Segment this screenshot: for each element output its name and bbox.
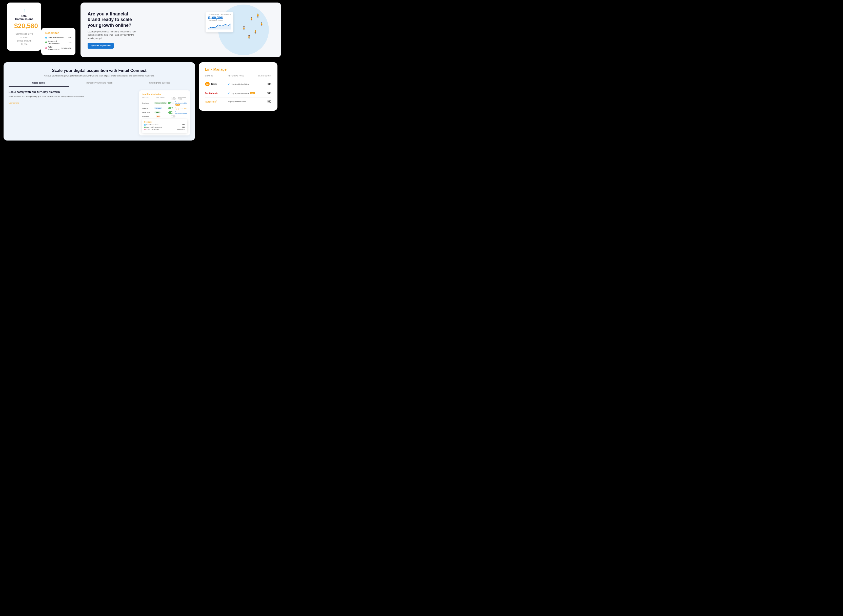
site-monitoring-card: New Site Monitoring PRODUCT PUBLISHERS C…: [139, 90, 190, 135]
sm-ref-1: ✓ http://publisher1/link NEW: [175, 101, 187, 105]
stat-approved-label: Approved Transactions: [48, 40, 68, 45]
dot-blue: [45, 37, 47, 38]
scale-heading: Scale your digital acquisition with Fint…: [9, 68, 190, 73]
tab-increase-brand-reach[interactable]: Increase your brand reach: [69, 82, 130, 86]
sm-pub-1: YOUNG&THRIFTY: [154, 102, 167, 104]
person-figure-2: 🧍: [256, 13, 260, 18]
sm-row-1: Credit card YOUNG&THRIFTY ↑ ✓ http://pub…: [142, 101, 187, 105]
dot-pink: [45, 47, 47, 49]
learn-more-link[interactable]: Learn more: [9, 102, 19, 104]
tab-skip-to-success[interactable]: Skip right to success: [129, 82, 190, 86]
scale-left-content: Scale safely with our turn-key platform …: [9, 90, 136, 104]
sm-row-2: Insurance Borrowell ⚠ http://publisher2/…: [142, 107, 187, 110]
sm-product-1: Credit card: [142, 102, 154, 104]
sm-header-publishers: PUBLISHERS: [156, 97, 169, 100]
stat-total-transactions-value: 650: [68, 37, 71, 39]
sm-product-3: Saving Plus: [142, 111, 154, 113]
scale-content: Scale safely with our turn-key platform …: [9, 90, 190, 135]
conv-amount: $160,306: [208, 16, 231, 20]
lm-new-badge-scotia: NEW: [250, 92, 255, 94]
dp-dot-pink: [144, 129, 145, 130]
stat-row-commissions: Total Commissions $25,000.00: [45, 46, 71, 50]
sm-pub-badge-1: YOUNG&THRIFTY: [154, 102, 167, 104]
lm-clicks-eo: 506: [258, 82, 271, 86]
person-figure-3: 🧍: [259, 22, 264, 26]
sm-toggle-2[interactable]: [169, 107, 173, 109]
hero-heading: Are you a financial brand ready to scale…: [88, 11, 138, 28]
sm-ref-3: ✓ http://publisher3/link: [175, 111, 187, 114]
link-manager-title: Link Manager: [205, 67, 271, 71]
stat-row-transactions: Total Transactions 650: [45, 37, 71, 39]
tab-scale-safely[interactable]: Scale safely: [9, 82, 69, 86]
person-figure-4: 🧍: [253, 30, 258, 34]
sm-pub-badge-2: Borrowell: [154, 107, 162, 109]
lm-brand-tangerine: TangerineT: [205, 100, 228, 103]
sm-row-4: Investment drop: [142, 115, 187, 117]
stat-total-transactions-label: Total Transactions: [48, 37, 64, 39]
svg-marker-0: [208, 24, 231, 29]
lm-ref-link-eo: http://publisher1/link: [231, 83, 249, 85]
commission-amount: $20,580: [14, 22, 34, 30]
lm-ref-tangerine: http://publisher3/link: [228, 101, 258, 103]
stat-commissions-value: $25,000.00: [61, 47, 71, 49]
lm-brand-eo: EO Bank: [205, 82, 228, 87]
sm-pub-4: drop: [156, 116, 169, 117]
scale-content-body: Have the data and transparency you need …: [9, 95, 136, 98]
person-figure-6: 🧍: [242, 26, 246, 30]
sm-clicks-1: ↑: [167, 102, 175, 104]
conv-dates: Jan 01 - Feb 03: [220, 14, 231, 15]
sm-product-4: Investment: [142, 116, 156, 117]
lm-ref-link-scotia: http://publisher2/link: [231, 92, 249, 94]
scotiabank-name: Scotiabank.: [205, 92, 218, 94]
lm-header-ref: REFERRAL PAGE: [228, 75, 258, 77]
link-manager-header: BRANDS REFERRAL PAGE CLICK COUNT: [205, 75, 271, 77]
eo-badge: EO: [205, 82, 210, 87]
conv-label: Conversion rate: [208, 14, 219, 15]
commission-cpa-label: Commission CPA: $18,520 Bonus amount: $1…: [14, 32, 34, 46]
tangerine-name: TangerineT: [205, 100, 217, 103]
hero-text: Are you a financial brand ready to scale…: [88, 11, 138, 49]
arrow-up-icon: ↑: [14, 7, 34, 13]
sm-toggle-1[interactable]: [168, 102, 172, 104]
speak-specialist-button[interactable]: Speak to a specialist: [88, 43, 114, 48]
sm-toggle-4[interactable]: [171, 115, 176, 117]
sm-header-clicks: CLICK COUNT: [169, 97, 178, 100]
sm-pub-3: ■■■■■: [154, 111, 166, 113]
stat-approved-value: 505: [68, 41, 71, 44]
lm-header-clicks: CLICK COUNT: [258, 75, 271, 77]
commission-card: ↑ Total Commissions $20,580 Commission C…: [7, 3, 41, 51]
scale-subheading: Achieve your brand's growth potential wi…: [9, 75, 190, 78]
sm-toggle-3[interactable]: [169, 111, 173, 114]
lm-row-scotia: Scotiabank. ✓ http://publisher2/link NEW…: [205, 89, 271, 97]
sm-pub-badge-4: drop: [156, 116, 160, 117]
hero-visual: Conversion rate Jan 01 - Feb 03 $160,306…: [203, 10, 274, 50]
conv-sub: Unique clicks: 133643: [208, 20, 231, 21]
sm-header-product: PRODUCT: [142, 97, 156, 100]
eo-bank-name: Bank: [211, 83, 217, 85]
scale-tabs: Scale safely Increase your brand reach S…: [9, 82, 190, 87]
lm-brand-scotia: Scotiabank.: [205, 92, 228, 94]
site-monitor-title: New Site Monitoring: [142, 93, 187, 95]
sm-row-3: Saving Plus ■■■■■ ✓ http://publisher3/li…: [142, 111, 187, 114]
link-manager-card: Link Manager BRANDS REFERRAL PAGE CLICK …: [199, 62, 277, 111]
sm-new-badge-1: NEW: [176, 104, 180, 106]
conv-chart: [208, 22, 231, 30]
dec-popup-title: December: [144, 121, 185, 123]
hero-body: Leverage performance marketing to reach …: [88, 30, 138, 40]
person-figure-1: 🧍: [249, 17, 254, 21]
commission-card-title: Total Commissions: [14, 15, 34, 21]
lm-ref-eo: ✓ http://publisher1/link: [228, 83, 258, 86]
lm-ref-link-tangerine: http://publisher3/link: [228, 101, 246, 103]
dp-dot-green: [144, 126, 145, 128]
stat-row-approved: Approved Transactions 505: [45, 40, 71, 45]
sm-ref-2: ⚠ http://publisher2/link: [175, 107, 187, 110]
dp-dot-blue: [144, 124, 145, 126]
lm-clicks-scotia: 305: [258, 92, 271, 95]
sm-pub-2: Borrowell: [154, 107, 166, 109]
stat-commissions-label: Total Commissions: [48, 46, 61, 50]
sm-header-ref: REFERRAL PAGE: [178, 97, 187, 100]
sm-product-2: Insurance: [142, 107, 154, 109]
lm-clicks-tangerine: 450: [258, 100, 271, 103]
december-title: December: [45, 31, 71, 34]
hero-banner: Are you a financial brand ready to scale…: [81, 3, 281, 57]
